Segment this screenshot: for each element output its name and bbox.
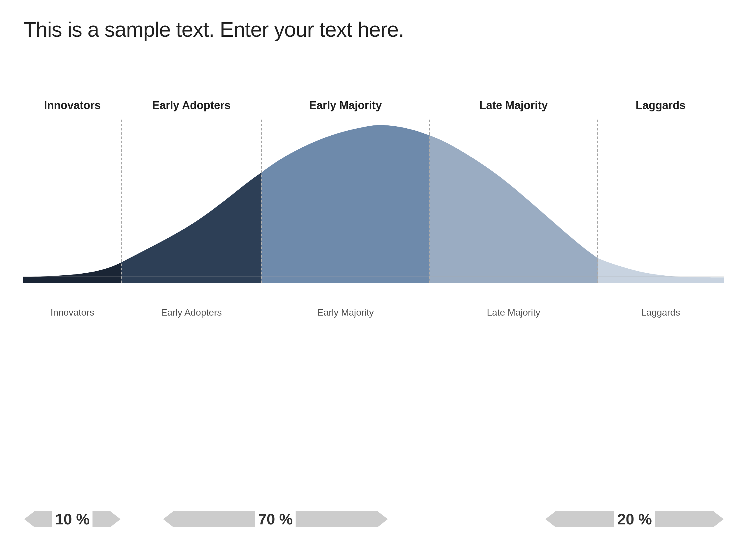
arrow-left-70pct (163, 511, 174, 527)
arrow-group-10pct: 10 % (23, 507, 121, 531)
page-title: This is a sample text. Enter your text h… (23, 18, 724, 42)
label-bottom-early-majority: Early Majority (261, 307, 430, 318)
bell-curve-svg (23, 119, 724, 283)
label-top-early-majority: Early Majority (261, 99, 430, 112)
label-bottom-early-adopters: Early Adopters (121, 307, 261, 318)
arrow-right-20pct (713, 511, 724, 527)
label-top-laggards: Laggards (598, 99, 724, 112)
chart-area: Innovators Early Adopters Early Majority… (23, 99, 724, 484)
arrow-group-70pct: 70 % (121, 507, 430, 531)
arrow-bar-left-10pct (35, 511, 52, 527)
arrow-left-10pct (24, 511, 35, 527)
label-bottom-laggards: Laggards (598, 307, 724, 318)
arrow-right-70pct (377, 511, 388, 527)
arrow-percent-10pct: 10 % (55, 510, 90, 528)
label-bottom-late-majority: Late Majority (430, 307, 598, 318)
label-top-innovators: Innovators (23, 99, 121, 112)
label-bottom-innovators: Innovators (23, 307, 121, 318)
page-container: This is a sample text. Enter your text h… (0, 0, 747, 560)
svg-rect-0 (23, 119, 121, 283)
arrow-left-20pct (545, 511, 556, 527)
label-top-early-adopters: Early Adopters (121, 99, 261, 112)
bell-curve-container: Innovators Early Adopters Early Majority… (23, 99, 724, 303)
arrow-bar-right-70pct (295, 511, 377, 527)
label-top-late-majority: Late Majority (430, 99, 598, 112)
arrow-bar-left-20pct (556, 511, 614, 527)
arrow-bar-left-70pct (174, 511, 255, 527)
arrow-right-10pct (110, 511, 121, 527)
arrow-bar-right-10pct (93, 511, 110, 527)
svg-rect-4 (598, 119, 724, 283)
arrow-percent-70pct: 70 % (258, 510, 293, 528)
arrow-group-20pct: 20 % (430, 507, 724, 531)
arrow-bar-right-20pct (655, 511, 713, 527)
arrows-section: 10 % 70 % 20 % (23, 502, 724, 537)
bottom-labels: Innovators Early Adopters Early Majority… (23, 307, 724, 318)
arrow-percent-20pct: 20 % (617, 510, 652, 528)
top-labels: Innovators Early Adopters Early Majority… (23, 99, 724, 112)
